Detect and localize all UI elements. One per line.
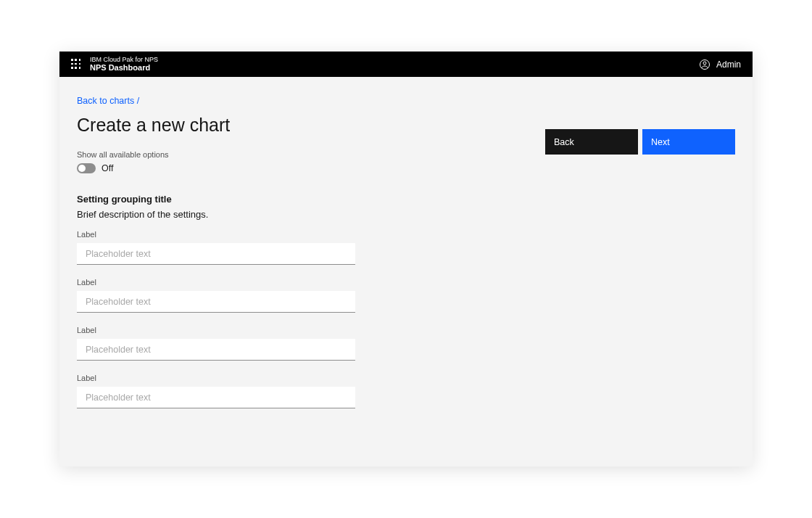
field-input[interactable] xyxy=(77,339,355,361)
settings-group-title: Setting grouping title xyxy=(77,194,367,205)
back-button[interactable]: Back xyxy=(545,129,638,155)
breadcrumb[interactable]: Back to charts / xyxy=(77,96,367,106)
app-window: IBM Cloud Pak for NPS NPS Dashboard Admi… xyxy=(59,52,753,466)
user-label: Admin xyxy=(716,59,741,70)
form-column: Back to charts / Create a new chart Show… xyxy=(77,96,367,422)
header-title: NPS Dashboard xyxy=(90,63,158,73)
header-subtitle: IBM Cloud Pak for NPS xyxy=(90,56,158,63)
settings-group-description: Brief description of the settings. xyxy=(77,209,367,220)
form-field: Label xyxy=(77,278,367,313)
header-titles: IBM Cloud Pak for NPS NPS Dashboard xyxy=(90,56,158,73)
content: Back to charts / Create a new chart Show… xyxy=(59,77,753,440)
svg-point-1 xyxy=(703,62,706,65)
field-label: Label xyxy=(77,230,367,239)
toggle-row: Off xyxy=(77,163,367,173)
field-label: Label xyxy=(77,374,367,382)
form-field: Label xyxy=(77,374,367,408)
show-options-toggle[interactable] xyxy=(77,163,96,173)
toggle-state-label: Off xyxy=(102,163,113,173)
next-button[interactable]: Next xyxy=(642,129,735,155)
field-label: Label xyxy=(77,326,367,334)
toggle-caption: Show all available options xyxy=(77,150,367,159)
field-label: Label xyxy=(77,278,367,287)
field-input[interactable] xyxy=(77,243,355,265)
button-row: Back Next xyxy=(545,129,735,422)
field-input[interactable] xyxy=(77,387,355,408)
toggle-knob xyxy=(78,165,86,172)
actions-column: Back Next xyxy=(396,96,735,422)
form-field: Label xyxy=(77,230,367,265)
header-user[interactable]: Admin xyxy=(699,59,741,70)
page-title: Create a new chart xyxy=(77,115,367,136)
form-field: Label xyxy=(77,326,367,361)
app-switcher-icon[interactable] xyxy=(71,59,81,69)
toggle-section: Show all available options Off xyxy=(77,150,367,173)
app-header: IBM Cloud Pak for NPS NPS Dashboard Admi… xyxy=(59,52,753,77)
header-left: IBM Cloud Pak for NPS NPS Dashboard xyxy=(71,56,158,73)
user-avatar-icon xyxy=(699,59,710,70)
field-input[interactable] xyxy=(77,291,355,313)
